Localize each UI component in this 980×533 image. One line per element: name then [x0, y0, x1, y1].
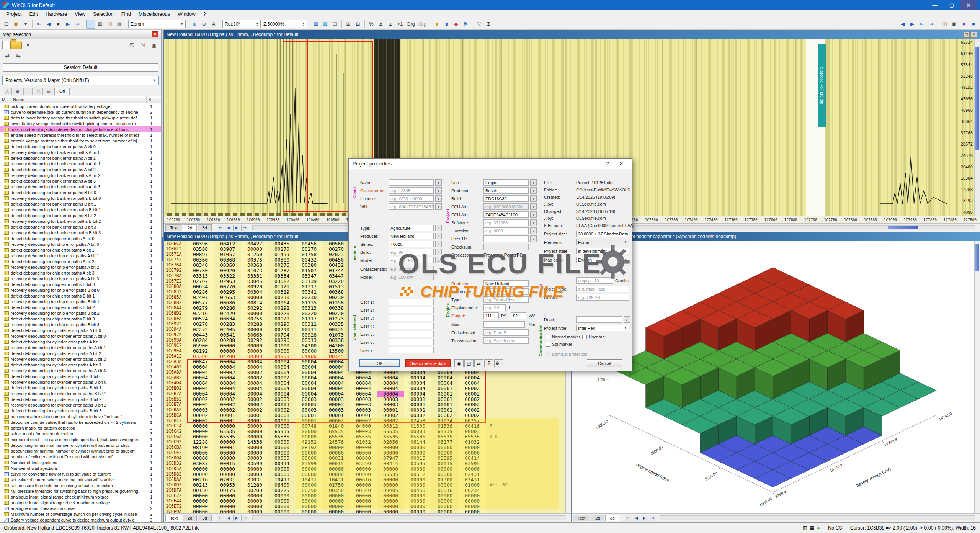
hex-cell[interactable]: 00001	[296, 418, 323, 423]
hex-cell[interactable]: 00015	[323, 461, 350, 466]
hex-cell[interactable]: 00015	[404, 455, 431, 461]
hex-cell[interactable]: 00663	[241, 332, 268, 338]
hex-cell[interactable]: 00000	[241, 504, 268, 509]
font-size-icon[interactable]: A	[209, 20, 218, 29]
sum-icon[interactable]: Σ	[484, 20, 493, 29]
hex-row[interactable]: 1C6C1A0000000000000000000000748018400400…	[164, 423, 565, 428]
list-column-header[interactable]: M. Name S...	[0, 96, 161, 103]
child-restore-icon[interactable]: ▢	[963, 32, 970, 38]
menu-miscellaneous[interactable]: Miscellaneous	[135, 10, 174, 18]
hex-cell[interactable]: 00000	[241, 348, 268, 354]
new-map-icon[interactable]	[2, 41, 9, 49]
hex-cell[interactable]: 65535	[377, 471, 404, 477]
graph-tab-3d[interactable]: 3d	[198, 224, 211, 231]
hex-row[interactable]: 1C6BCA0000200001000010000100001000010000…	[164, 412, 565, 418]
user11-lookup-button[interactable]: ›	[530, 235, 537, 242]
map-list-item[interactable]: recovery debouncing for cylinder error p…	[0, 379, 161, 385]
hex-cell[interactable]: 00004	[214, 380, 241, 386]
map-list-item[interactable]: debouncing for minimal number of cylinde…	[0, 442, 161, 448]
hex-cell[interactable]: 08190	[187, 445, 214, 450]
hex-cell[interactable]: 00335	[323, 327, 350, 332]
map-list-item[interactable]: curve for converting flow of fuel to set…	[0, 471, 161, 477]
vin-input[interactable]: e.g. WAUZZZ8E25A523657	[389, 203, 434, 210]
column-m[interactable]: M.	[0, 96, 11, 103]
hex-cell[interactable]: 03595	[431, 455, 459, 461]
hex-cell[interactable]: 03300	[187, 353, 214, 359]
hex-cell[interactable]: 00376	[268, 262, 296, 268]
hex-cell[interactable]: 00000	[187, 466, 214, 472]
hex-cell[interactable]: 01317	[296, 284, 323, 289]
hex-cell[interactable]: 00003	[404, 428, 431, 434]
hex-cell[interactable]: 00002	[268, 375, 296, 381]
hex-cell[interactable]: 01057	[214, 252, 241, 257]
scrollbar-thumb[interactable]	[975, 244, 979, 271]
hex-cell[interactable]: 00004	[323, 380, 350, 386]
map-tab-2d[interactable]: 2d	[591, 515, 604, 521]
map-list-item[interactable]: curve to determine pick-up current durat…	[0, 109, 161, 115]
hex-cell[interactable]: 00002	[241, 407, 268, 413]
hex-cell[interactable]: 10431	[323, 477, 350, 482]
hex-cell[interactable]: 00000	[214, 450, 241, 456]
dialog-titlebar[interactable]: Project properties ? ✕	[349, 159, 632, 169]
hex-cell[interactable]: 00004	[268, 380, 296, 386]
hex-cell[interactable]: 00319	[268, 289, 296, 295]
hex-cell[interactable]: 00000	[214, 423, 241, 429]
map-list-item[interactable]: defect debouncing for bank error paths A…	[0, 155, 161, 161]
spi-marker-checkbox[interactable]: Spi marker	[546, 342, 572, 347]
filter-tag-icon[interactable]: ▤	[44, 88, 53, 95]
project-window-icon[interactable]: ■	[959, 20, 969, 29]
map-list-item[interactable]: defect debouncing for chip error paths B…	[0, 293, 161, 299]
hex-cell[interactable]: 00524	[187, 316, 214, 322]
hex-cell[interactable]: 00270	[296, 246, 323, 252]
hex-cell[interactable]: 00004	[187, 364, 214, 370]
menu-view[interactable]: View	[71, 10, 89, 18]
hex-cell[interactable]: 00001	[350, 412, 377, 418]
menu-window[interactable]: Window	[174, 10, 199, 18]
hex-cell[interactable]: 65535	[459, 434, 486, 440]
hex-cell[interactable]: 00000	[459, 450, 486, 456]
hex-cell[interactable]: 01758	[296, 252, 323, 257]
hex-cell[interactable]: 00416	[459, 423, 486, 429]
hex-cell[interactable]: 00230	[268, 294, 296, 300]
bar-yellow-icon[interactable]: ▮	[432, 20, 441, 29]
hex-cell[interactable]: 00311	[296, 327, 323, 332]
hex-cell[interactable]: 01513	[323, 284, 350, 289]
hex-cell[interactable]: 00270	[323, 246, 350, 252]
hex-cell[interactable]: 00250	[296, 487, 323, 493]
map-list-item[interactable]: defect debouncing for bank error paths B…	[0, 201, 161, 207]
hex-cell[interactable]: 00964	[268, 300, 296, 306]
menu-find[interactable]: Find	[118, 10, 135, 18]
hex-cell[interactable]: 65535	[350, 434, 377, 440]
hex-cell[interactable]: 00200	[241, 487, 268, 493]
zoom-combo[interactable]: Z:50000%▲▼	[261, 20, 307, 28]
hex-cell[interactable]: 65535	[377, 428, 404, 434]
user3-input[interactable]	[389, 315, 434, 321]
hex-cell[interactable]: 00000	[350, 466, 377, 472]
map-3d-icon[interactable]: ▦	[321, 20, 330, 29]
hex-cell[interactable]: 10431	[296, 477, 323, 482]
hex-cell[interactable]: 08192	[187, 348, 214, 354]
sheet-icon[interactable]: ▤	[464, 359, 474, 367]
map-list-item[interactable]: number of cylinders with out Error and w…	[0, 454, 161, 459]
hex-cell[interactable]: 00002	[459, 412, 486, 418]
open-project-icon[interactable]: ▣	[11, 20, 21, 29]
hex-cell[interactable]: 00313	[296, 337, 323, 343]
new-project-icon[interactable]: ▤	[2, 20, 11, 29]
user5-input[interactable]	[389, 331, 434, 337]
map-list-item[interactable]: recovery debouncing for chip error paths…	[0, 276, 161, 281]
hex-cell[interactable]: 00000	[241, 428, 268, 434]
rotation-combo-spinner[interactable]: ▲▼	[256, 22, 258, 26]
hex-cell[interactable]: 03087	[187, 461, 214, 466]
hex-cell[interactable]: 00004	[323, 364, 350, 370]
hex-cell[interactable]: 00002	[187, 418, 214, 423]
hex-cell[interactable]: 00000	[214, 439, 241, 445]
map-list-item[interactable]: defect debouncing for chip error paths A…	[0, 270, 161, 276]
use-lookup-button[interactable]: ›	[530, 179, 537, 186]
map-list-item[interactable]: defect debouncing for bank error paths B…	[0, 224, 161, 230]
hex-cell[interactable]: 00360	[214, 262, 241, 268]
hex-cell[interactable]: 49152	[296, 439, 323, 445]
tile-windows-icon[interactable]: ◫	[940, 20, 949, 29]
hex-cell[interactable]: 00002	[241, 370, 268, 375]
hex-cell[interactable]: 00003	[268, 396, 296, 402]
licence-input[interactable]: e.g. WES-H4900	[389, 195, 434, 202]
